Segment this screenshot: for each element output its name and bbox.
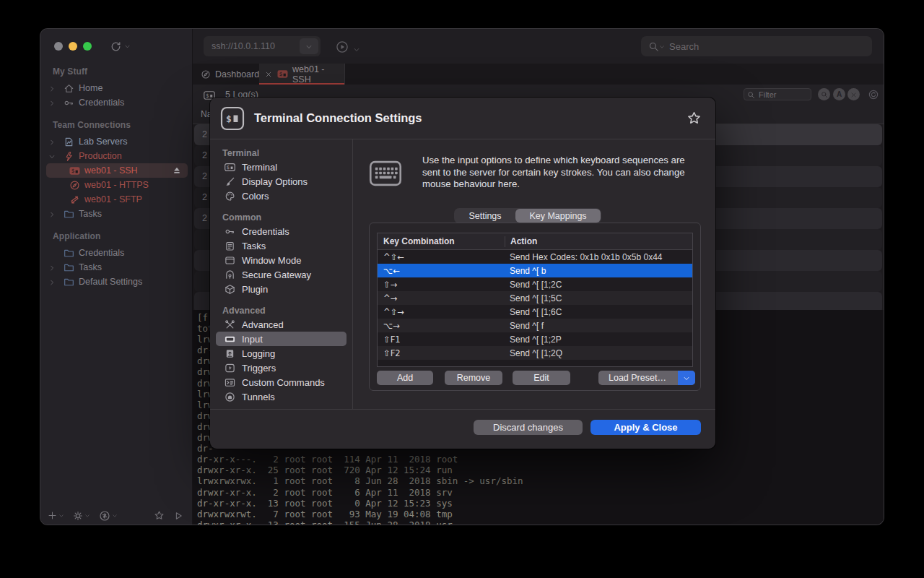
traffic-light-zoom[interactable] [83,42,92,51]
dialog-nav-item-terminal[interactable]: $Terminal [216,160,346,174]
dialog-nav-item-custom-commands[interactable]: Custom Commands [216,375,346,389]
chevron-down-icon[interactable] [48,151,58,161]
dialog-nav-item-tasks[interactable]: Tasks [216,238,346,253]
favorites-button[interactable] [154,509,165,522]
dialog-nav-label: Tasks [242,241,266,251]
add-connection-button[interactable] [48,509,66,522]
address-dropdown-button[interactable] [300,38,318,54]
tab-dashboard[interactable]: Dashboard [201,64,259,85]
dialog-nav-item-triggers[interactable]: Triggers [216,361,346,375]
dialog-nav-label: Input [242,334,263,345]
sidebar-item-web01-ssh[interactable]: $web01 - SSH [46,163,188,178]
sidebar-section-title: Team Connections [53,120,192,130]
settings-button[interactable] [73,509,92,522]
dialog-nav-section-title: Terminal [222,148,352,160]
chevron-right-icon[interactable] [48,137,58,147]
chevron-right-icon[interactable] [48,83,58,93]
dialog-nav-item-tunnels[interactable]: Tunnels [216,389,346,404]
sidebar-footer-toolbar [40,506,192,525]
key-mapping-row[interactable]: ^⇧→Send ^[ [1;6C [378,305,692,319]
dialog-nav-item-input[interactable]: Input [216,332,346,346]
dialog-nav-label: Secure Gateway [242,269,311,280]
load-preset-dropdown[interactable] [678,371,695,385]
sidebar-item-home[interactable]: Home [46,81,188,95]
key-combination-cell: ⇧F1 [378,335,505,345]
refresh-button[interactable] [867,88,879,100]
chevron-down-icon [112,509,118,522]
load-preset-button[interactable]: Load Preset… [598,371,695,385]
chevron-down-icon [84,509,90,522]
key-mapping-row[interactable]: ^→Send ^[ [1;5C [378,291,692,305]
sidebar-item-tasks[interactable]: Tasks [46,260,188,275]
chevron-right-icon[interactable] [48,209,58,219]
key-mapping-row[interactable]: ⌥→Send ^[ f [378,319,692,332]
sidebar-item-label: Home [79,83,103,93]
chevron-right-icon[interactable] [48,277,58,287]
favorite-star-button[interactable] [687,111,702,126]
dialog-nav-item-display-options[interactable]: Display Options [216,174,346,189]
svg-text:$: $ [279,71,283,77]
add-button[interactable]: Add [377,371,433,385]
dialog-nav-item-credentials[interactable]: Credentials [216,224,346,238]
tab-settings[interactable]: Settings [455,209,515,223]
sidebar-item-web01-https[interactable]: web01 - HTTPS [46,178,188,192]
chevron-right-icon[interactable] [48,98,58,108]
sidebar-item-lab-servers[interactable]: Lab Servers [46,134,188,149]
clear-button[interactable] [847,88,860,100]
sidebar-item-production[interactable]: Production [46,149,188,163]
column-key-combination[interactable]: Key Combination [378,236,505,246]
zoom-button[interactable] [818,88,830,100]
dialog-footer: Discard changes Apply & Close [210,409,715,449]
tab-label: web01 - SSH [292,64,344,85]
run-dropdown-button[interactable] [353,43,360,56]
tunnel-icon [225,391,236,402]
eject-icon[interactable] [172,165,182,176]
chevron-down-icon [683,373,690,383]
edit-button[interactable]: Edit [513,371,570,385]
dialog-nav-label: Colors [242,191,269,202]
keyboard-small-icon [225,333,236,345]
run-button[interactable] [336,40,349,53]
transfer-button[interactable] [99,509,119,522]
dialog-nav-item-window-mode[interactable]: Window Mode [216,253,346,267]
dialog-nav-item-plugin[interactable]: Plugin [216,282,346,296]
column-action[interactable]: Action [505,236,692,247]
connect-button[interactable] [173,509,183,522]
dialog-nav-item-colors[interactable]: Colors [216,189,346,203]
key-mapping-row[interactable]: ^⇧←Send Hex Codes: 0x1b 0x1b 0x5b 0x44 [378,250,692,264]
key-mapping-row[interactable]: ⇧F1Send ^[ [1;2P [378,332,692,346]
filter-input[interactable]: Filter [744,88,811,100]
key-mapping-row[interactable]: ⇧→Send ^[ [1;2C [378,277,692,291]
sidebar-item-credentials[interactable]: Credentials [46,95,188,110]
close-icon[interactable] [265,69,272,79]
sidebar-item-default-settings[interactable]: Default Settings [46,275,188,289]
apply-close-button[interactable]: Apply & Close [590,420,701,435]
palette-icon [225,190,236,202]
search-input[interactable]: Search [641,36,872,56]
tab-web01-ssh[interactable]: $ web01 - SSH [259,64,345,85]
discard-changes-button[interactable]: Discard changes [474,420,583,435]
remove-button[interactable]: Remove [445,371,502,385]
dialog-header: $ Terminal Connection Settings [210,98,715,139]
dialog-nav-item-advanced[interactable]: Advanced [216,317,346,332]
dialog-nav-item-secure-gateway[interactable]: Secure Gateway [216,267,346,282]
traffic-light-close[interactable] [54,42,63,51]
font-size-button[interactable]: A [833,88,845,100]
tab-key-mappings[interactable]: Key Mappings [515,209,601,223]
traffic-light-minimize[interactable] [69,42,77,51]
chevron-right-icon[interactable] [48,262,58,272]
sync-button[interactable] [110,40,131,53]
key-mapping-row[interactable]: ⌥←Send ^[ b [378,264,692,277]
sidebar-item-tasks[interactable]: Tasks [46,207,188,221]
sidebar-item-credentials[interactable]: Credentials [46,246,188,260]
tab-label: Dashboard [215,69,259,79]
input-description: Use the input options to define which ke… [422,155,699,191]
sidebar-item-web01-sftp[interactable]: web01 - SFTP [46,192,188,207]
chevron-down-icon [305,40,313,53]
key-mapping-row[interactable]: ⇧F2Send ^[ [1;2Q [378,346,692,360]
dialog-nav-section-title: Advanced [222,306,352,317]
dialog-nav-item-logging[interactable]: Logging [216,346,346,361]
address-combobox[interactable]: ssh://10.0.1.110 [204,36,321,56]
table-header[interactable]: Key Combination Action [378,233,692,250]
key-combination-cell: ⌥→ [378,321,505,331]
